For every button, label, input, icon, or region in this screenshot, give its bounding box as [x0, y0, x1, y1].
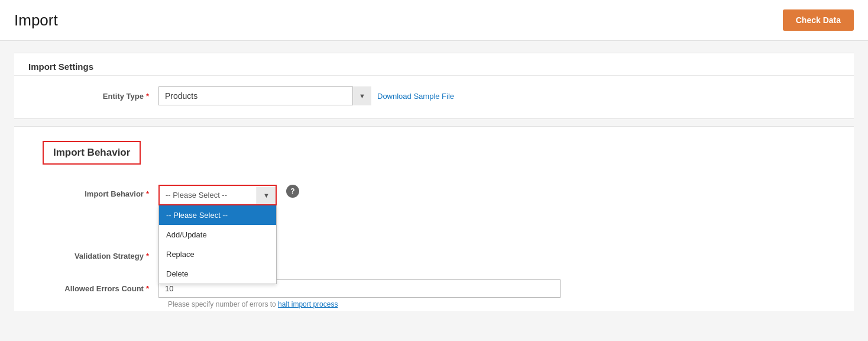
entity-type-control: Products ▼ Download Sample File: [158, 86, 454, 105]
content-area: Import Settings Entity Type* Products ▼ …: [0, 41, 868, 323]
import-behavior-control: -- Please Select -- ▼ -- Please Select -…: [158, 185, 299, 205]
dropdown-option-delete[interactable]: Delete: [159, 264, 276, 284]
entity-type-select[interactable]: Products: [158, 86, 371, 105]
validation-strategy-row: Validation Strategy* -- Please Select --…: [14, 243, 854, 271]
import-behavior-label: Import Behavior*: [28, 185, 158, 198]
check-data-button[interactable]: Check Data: [783, 9, 854, 31]
import-behavior-section: Import Behavior Import Behavior* -- Plea…: [14, 126, 854, 311]
import-behavior-row: Import Behavior* -- Please Select -- ▼ -…: [14, 179, 854, 241]
allowed-errors-inner: Allowed Errors Count*: [28, 279, 840, 298]
import-behavior-selected-text: -- Please Select --: [160, 186, 257, 204]
allowed-errors-label: Allowed Errors Count*: [28, 284, 158, 293]
validation-strategy-label: Validation Strategy*: [28, 252, 158, 260]
import-behavior-header: Import Behavior: [43, 141, 141, 165]
import-behavior-dropdown-container: -- Please Select -- ▼ -- Please Select -…: [158, 185, 277, 205]
entity-type-row: Entity Type* Products ▼ Download Sample …: [14, 76, 854, 116]
import-behavior-arrow-icon: ▼: [257, 187, 276, 204]
import-behavior-header-wrap: Import Behavior: [14, 127, 854, 179]
import-settings-title: Import Settings: [28, 62, 93, 76]
import-settings-section: Import Settings Entity Type* Products ▼ …: [14, 53, 854, 119]
dropdown-option-please-select[interactable]: -- Please Select --: [159, 205, 276, 225]
entity-type-label: Entity Type*: [28, 92, 158, 101]
download-sample-link[interactable]: Download Sample File: [377, 92, 454, 101]
halt-import-link[interactable]: halt import process: [278, 300, 338, 308]
dropdown-option-add-update[interactable]: Add/Update: [159, 225, 276, 245]
import-behavior-help-icon[interactable]: ?: [286, 185, 299, 198]
import-behavior-dropdown-trigger[interactable]: -- Please Select -- ▼: [158, 185, 277, 205]
page-title: Import: [14, 11, 58, 30]
allowed-errors-helper: Please specify number of errors to halt …: [168, 300, 840, 308]
import-behavior-dropdown-list: -- Please Select -- Add/Update Replace D…: [158, 205, 277, 284]
dropdown-option-replace[interactable]: Replace: [159, 245, 276, 264]
allowed-errors-row: Allowed Errors Count* Please specify num…: [14, 274, 854, 311]
entity-type-select-wrapper[interactable]: Products ▼: [158, 86, 371, 105]
page-header: Import Check Data: [0, 0, 868, 41]
